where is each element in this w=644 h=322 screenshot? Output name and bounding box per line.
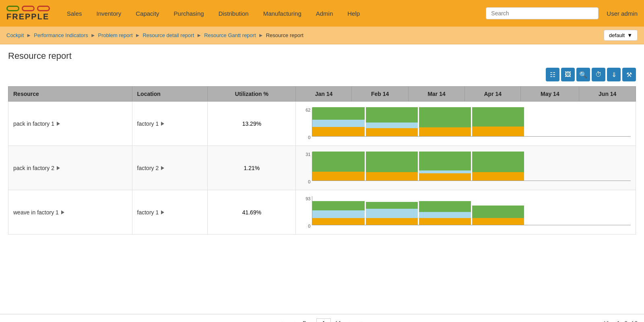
bar-green bbox=[366, 152, 418, 172]
next-page-button[interactable]: ⇢ bbox=[343, 318, 353, 322]
col-jun14: Jun 14 bbox=[579, 87, 636, 102]
breadcrumb-bar: Cockpit ► Performance Indicators ► Probl… bbox=[0, 27, 644, 44]
bar-orange bbox=[472, 127, 524, 136]
bar-orange bbox=[472, 172, 524, 180]
nav-links: Sales Inventory Capacity Purchasing Dist… bbox=[60, 0, 486, 27]
page-label: Page bbox=[303, 320, 315, 322]
breadcrumb: Cockpit ► Performance Indicators ► Probl… bbox=[6, 32, 303, 38]
pagination-bar: ⇤ ⇠ Page of 1 ⇢ ⇥ View 1 - 3 of 3 bbox=[0, 314, 644, 322]
location-cell: factory 1 bbox=[132, 102, 208, 146]
bar-blue bbox=[312, 120, 364, 127]
y-max: 93 bbox=[301, 196, 310, 201]
col-apr14: Apr 14 bbox=[465, 87, 521, 102]
bar-group-4 bbox=[525, 152, 577, 181]
resource-cell: weave in factory 1 bbox=[8, 190, 132, 235]
resource-link[interactable]: weave in factory 1 bbox=[13, 209, 127, 216]
bar-group-1 bbox=[366, 107, 418, 136]
nav-inventory[interactable]: Inventory bbox=[89, 0, 129, 27]
bar-group-0 bbox=[312, 152, 364, 181]
y-max: 62 bbox=[301, 108, 310, 112]
y-max: 31 bbox=[301, 152, 310, 157]
breadcrumb-problem[interactable]: Problem report bbox=[98, 32, 133, 38]
location-expand-icon bbox=[161, 210, 164, 214]
bar-group-2 bbox=[419, 107, 471, 136]
nav-distribution[interactable]: Distribution bbox=[211, 0, 256, 27]
resource-link[interactable]: pack in factory 2 bbox=[13, 165, 127, 171]
download-button[interactable]: ⇓ bbox=[607, 68, 621, 81]
of-label: of 1 bbox=[332, 320, 341, 322]
logo-text: frepple bbox=[6, 12, 50, 21]
first-page-button[interactable]: ⇤ bbox=[279, 318, 289, 322]
location-link[interactable]: factory 1 bbox=[137, 209, 203, 216]
logo-shape-green bbox=[6, 6, 19, 11]
prev-page-button[interactable]: ⇠ bbox=[291, 318, 301, 322]
scenario-selector[interactable]: default ▼ bbox=[604, 30, 638, 41]
bar-green bbox=[472, 107, 524, 127]
pagination-controls: ⇤ ⇠ Page of 1 ⇢ ⇥ bbox=[279, 318, 365, 322]
table-row: weave in factory 1 factory 1 41.69% 93 0 bbox=[8, 190, 636, 235]
app-logo[interactable]: frepple bbox=[6, 6, 50, 21]
chart-cell: 62 0 bbox=[296, 102, 636, 146]
breadcrumb-cockpit[interactable]: Cockpit bbox=[6, 32, 24, 38]
expand-icon bbox=[57, 122, 60, 126]
logo-shape-orange bbox=[22, 6, 35, 11]
location-link[interactable]: factory 1 bbox=[137, 120, 203, 127]
bar-orange bbox=[472, 218, 524, 225]
bar-group-0 bbox=[312, 107, 364, 136]
utilization-cell: 41.69% bbox=[208, 190, 296, 235]
bar-group-2 bbox=[419, 196, 471, 225]
location-cell: factory 2 bbox=[132, 146, 208, 190]
bar-green bbox=[419, 107, 471, 128]
grid-view-button[interactable]: ☷ bbox=[546, 68, 559, 81]
nav-purchasing[interactable]: Purchasing bbox=[167, 0, 211, 27]
logo-shape-red bbox=[37, 6, 50, 11]
location-link[interactable]: factory 2 bbox=[137, 165, 203, 171]
col-resource: Resource bbox=[8, 87, 132, 102]
nav-sales[interactable]: Sales bbox=[60, 0, 89, 27]
chart-view-button[interactable]: 🖼 bbox=[561, 68, 575, 81]
expand-icon bbox=[61, 210, 64, 214]
resource-link[interactable]: pack in factory 1 bbox=[13, 120, 127, 127]
col-location: Location bbox=[132, 87, 208, 102]
breadcrumb-arrow-4: ► bbox=[196, 32, 202, 38]
settings-button[interactable]: ⚒ bbox=[622, 68, 636, 81]
nav-capacity[interactable]: Capacity bbox=[128, 0, 166, 27]
col-mar14: Mar 14 bbox=[408, 87, 464, 102]
bar-group-5 bbox=[579, 152, 631, 181]
nav-admin[interactable]: Admin bbox=[309, 0, 341, 27]
breadcrumb-resource-detail[interactable]: Resource detail report bbox=[142, 32, 194, 38]
page-number-input[interactable] bbox=[316, 318, 331, 322]
toolbar: ☷ 🖼 🔍 ⏱ ⇓ ⚒ bbox=[8, 68, 636, 81]
breadcrumb-arrow-2: ► bbox=[91, 32, 96, 38]
utilization-cell: 1.21% bbox=[208, 146, 296, 190]
bar-group-1 bbox=[366, 152, 418, 181]
bar-orange bbox=[366, 218, 418, 225]
bar-orange bbox=[366, 128, 418, 136]
breadcrumb-resource-gantt[interactable]: Resource Gantt report bbox=[204, 32, 256, 38]
location-expand-icon bbox=[161, 122, 164, 126]
nav-manufacturing[interactable]: Manufacturing bbox=[256, 0, 309, 27]
bar-green bbox=[472, 206, 524, 218]
bar-green bbox=[366, 202, 418, 209]
bar-blue bbox=[312, 210, 364, 218]
breadcrumb-performance[interactable]: Performance Indicators bbox=[34, 32, 88, 38]
last-page-button[interactable]: ⇥ bbox=[355, 318, 365, 322]
user-admin-link[interactable]: User admin bbox=[607, 10, 638, 17]
bar-orange bbox=[419, 127, 471, 136]
resource-cell: pack in factory 2 bbox=[8, 146, 132, 190]
y-zero: 0 bbox=[301, 135, 310, 140]
nav-help[interactable]: Help bbox=[340, 0, 367, 27]
table-header-row: Resource Location Utilization % Jan 14 F… bbox=[8, 87, 636, 102]
bar-orange bbox=[312, 218, 364, 225]
resource-cell: pack in factory 1 bbox=[8, 102, 132, 146]
bar-green bbox=[366, 107, 418, 123]
breadcrumb-arrow-1: ► bbox=[26, 32, 31, 38]
clock-button[interactable]: ⏱ bbox=[592, 68, 605, 81]
search-input[interactable] bbox=[486, 7, 599, 19]
search-button[interactable]: 🔍 bbox=[576, 68, 590, 81]
bar-group-3 bbox=[472, 196, 524, 225]
col-jan14: Jan 14 bbox=[296, 87, 352, 102]
bar-green bbox=[312, 201, 364, 210]
bar-group-2 bbox=[419, 152, 471, 181]
bar-orange bbox=[312, 172, 364, 181]
